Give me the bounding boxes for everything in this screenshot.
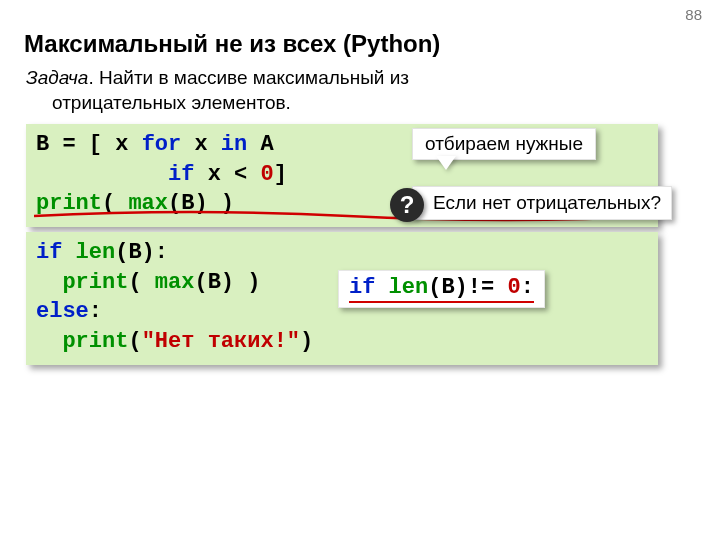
code-text: x (181, 132, 221, 157)
code-text: ] (274, 162, 287, 187)
code-text: ( (102, 191, 128, 216)
callout-if-no-negatives: Если нет отрицательных? (412, 186, 672, 220)
question-mark-icon: ? (390, 188, 424, 222)
code-indent (36, 162, 168, 187)
code-text: (B) ) (168, 191, 234, 216)
func-len: len (76, 240, 116, 265)
code-text: : (89, 299, 102, 324)
code-text: B = [ x (36, 132, 142, 157)
code-text (62, 240, 75, 265)
func-print: print (62, 270, 128, 295)
code-text: (B): (115, 240, 168, 265)
callout-tail-icon (436, 156, 456, 170)
keyword-if: if (168, 162, 194, 187)
code-text: ( (128, 329, 141, 354)
func-len: len (389, 275, 429, 300)
task-text: Задача. Найти в массиве максимальный из … (26, 66, 456, 115)
string-literal: "Нет таких!" (142, 329, 300, 354)
code-text (375, 275, 388, 300)
task-line1: . Найти в массиве максимальный из (88, 67, 409, 88)
page-number: 88 (685, 6, 702, 23)
code-text: ( (128, 270, 154, 295)
task-prefix: Задача (26, 67, 88, 88)
literal-zero: 0 (507, 275, 520, 300)
literal-zero: 0 (260, 162, 273, 187)
func-max: max (128, 191, 168, 216)
func-max: max (155, 270, 195, 295)
inline-fix-callout: if len(B)!= 0: (338, 270, 545, 308)
code-indent (36, 329, 62, 354)
keyword-if: if (349, 275, 375, 300)
keyword-else: else (36, 299, 89, 324)
code-text: (B) ) (194, 270, 260, 295)
code-text: x < (194, 162, 260, 187)
func-print: print (62, 329, 128, 354)
task-line2: отрицательных элементов. (26, 91, 456, 116)
code-text: ) (300, 329, 313, 354)
keyword-for: for (142, 132, 182, 157)
func-print: print (36, 191, 102, 216)
code-indent (36, 270, 62, 295)
code-text: : (521, 275, 534, 300)
code-text: A (247, 132, 273, 157)
code-text: (B)!= (428, 275, 507, 300)
page-title: Максимальный не из всех (Python) (24, 30, 440, 58)
keyword-in: in (221, 132, 247, 157)
keyword-if: if (36, 240, 62, 265)
